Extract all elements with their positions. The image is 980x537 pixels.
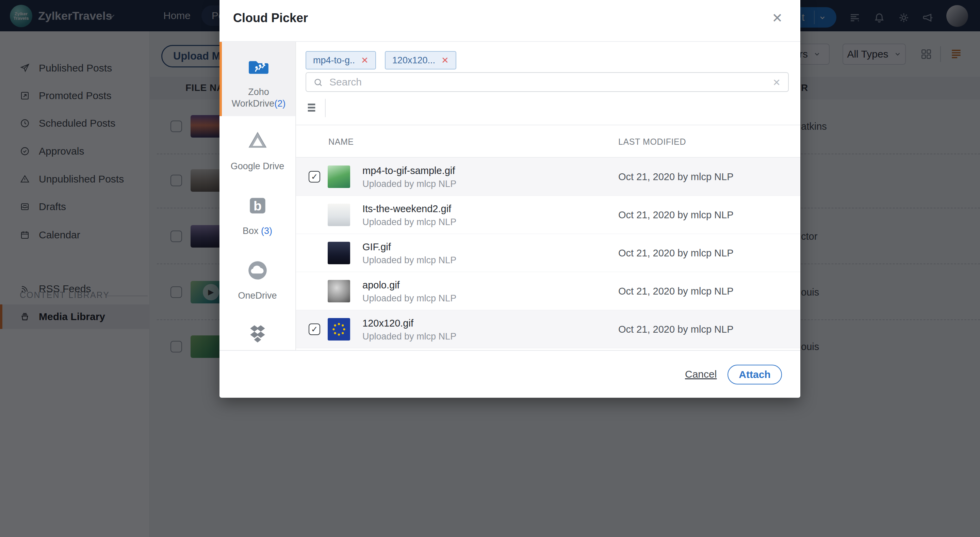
file-thumbnail: [328, 166, 350, 188]
box-icon: b: [247, 194, 269, 217]
cloud-source-onedrive[interactable]: OneDrive: [220, 245, 295, 310]
file-uploaded-by: Uploaded by mlcp NLP: [363, 217, 456, 228]
hamburger-icon[interactable]: [305, 101, 319, 115]
toolbar-divider: [325, 99, 326, 117]
file-chip-label: mp4-to-g..: [313, 55, 355, 66]
eu-flag-art: [328, 318, 350, 341]
search-icon: [313, 77, 323, 88]
cloud-source-label: Box (3): [243, 225, 272, 237]
cloud-source-panel: ZohoWorkDrive(2)Google DrivebBox (3)OneD…: [220, 42, 296, 350]
file-last-modified: Oct 21, 2020 by mlcp NLP: [618, 286, 733, 297]
file-name: GIF.gif: [363, 241, 391, 253]
cloud-source-zoho[interactable]: ZohoWorkDrive(2): [220, 42, 295, 116]
file-name: 120x120.gif: [363, 318, 414, 329]
file-thumbnail: [328, 242, 350, 264]
cloud-source-count: (2): [274, 99, 285, 108]
chip-remove-icon[interactable]: ✕: [361, 55, 369, 66]
file-row[interactable]: apolo.gifUploaded by mlcp NLPOct 21, 202…: [296, 272, 800, 310]
modal-title: Cloud Picker: [233, 11, 308, 25]
file-chip: 120x120...✕: [385, 51, 456, 70]
cloud-source-box[interactable]: bBox (3): [220, 181, 295, 245]
file-name: mp4-to-gif-sample.gif: [363, 165, 455, 176]
modified-column-header: LAST MODIFIED: [618, 137, 686, 147]
file-row[interactable]: ✓mp4-to-gif-sample.gifUploaded by mlcp N…: [296, 158, 800, 196]
cloud-source-dropbox[interactable]: Dropbox: [220, 310, 295, 350]
selected-file-chips: mp4-to-g..✕120x120...✕: [305, 51, 456, 70]
dropbox-icon: [247, 324, 269, 346]
cloud-source-label: Google Drive: [231, 160, 285, 172]
file-uploaded-by: Uploaded by mlcp NLP: [363, 293, 456, 304]
file-last-modified: Oct 21, 2020 by mlcp NLP: [618, 209, 733, 221]
file-chip: mp4-to-g..✕: [305, 51, 376, 70]
file-last-modified: Oct 21, 2020 by mlcp NLP: [618, 171, 733, 183]
cloud-source-label: ZohoWorkDrive(2): [232, 86, 286, 109]
close-icon[interactable]: ✕: [772, 11, 783, 24]
cancel-button[interactable]: Cancel: [685, 368, 717, 380]
cloud-picker-modal: Cloud Picker ✕ ZohoWorkDrive(2)Google Dr…: [220, 0, 800, 398]
toolbar-bottom-divider: [296, 124, 800, 125]
onedrive-icon: [247, 259, 269, 282]
file-row[interactable]: Its-the-weekend2.gifUploaded by mlcp NLP…: [296, 196, 800, 234]
cloud-source-label: OneDrive: [238, 290, 277, 301]
file-uploaded-by: Uploaded by mlcp NLP: [363, 179, 456, 189]
file-chip-label: 120x120...: [392, 55, 435, 66]
cloud-source-google-drive[interactable]: Google Drive: [220, 116, 295, 181]
file-name: Its-the-weekend2.gif: [363, 203, 451, 215]
row-checkbox-checked[interactable]: ✓: [309, 171, 320, 183]
file-name: apolo.gif: [363, 280, 400, 291]
svg-text:b: b: [253, 199, 262, 213]
file-uploaded-by: Uploaded by mlcp NLP: [363, 331, 456, 342]
cloud-source-count: (3): [259, 226, 272, 236]
file-uploaded-by: Uploaded by mlcp NLP: [363, 255, 456, 266]
file-row[interactable]: GIF.gifUploaded by mlcp NLPOct 21, 2020 …: [296, 234, 800, 272]
modal-footer: Cancel Attach: [220, 350, 800, 398]
file-row[interactable]: ✓120x120.gifUploaded by mlcp NLPOct 21, …: [296, 310, 800, 348]
search-clear-icon[interactable]: ✕: [773, 77, 781, 88]
row-checkbox-checked[interactable]: ✓: [309, 323, 320, 335]
modal-header-divider: [220, 41, 800, 42]
chip-remove-icon[interactable]: ✕: [441, 55, 449, 66]
file-thumbnail: [328, 318, 350, 341]
file-last-modified: Oct 21, 2020 by mlcp NLP: [618, 324, 733, 335]
search-input[interactable]: [329, 73, 764, 91]
file-last-modified: Oct 21, 2020 by mlcp NLP: [618, 247, 733, 259]
google-drive-icon: [247, 130, 269, 152]
name-column-header: NAME: [328, 137, 354, 147]
workdrive-icon: [247, 56, 270, 78]
file-thumbnail: [328, 204, 350, 226]
file-thumbnail: [328, 280, 350, 303]
search-box: ✕: [305, 72, 789, 92]
attach-button[interactable]: Attach: [727, 365, 782, 384]
